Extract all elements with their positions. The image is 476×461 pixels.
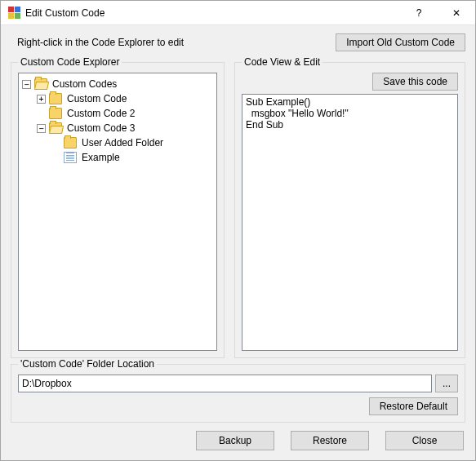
explorer-legend: Custom Code Explorer — [18, 56, 122, 68]
close-button[interactable]: Close — [385, 431, 464, 450]
collapse-icon[interactable]: − — [22, 80, 31, 89]
toggle-spacer — [51, 153, 60, 162]
save-row: Save this code — [242, 73, 458, 91]
help-button[interactable]: ? — [400, 1, 438, 25]
restore-default-row: Restore Default — [18, 397, 458, 415]
code-view-group: Code View & Edit Save this code — [234, 56, 465, 358]
toggle-spacer — [37, 109, 46, 118]
expand-icon[interactable]: + — [37, 95, 46, 104]
tree-label: Custom Code 2 — [65, 108, 136, 119]
instruction-text: Right-click in the Code Explorer to edit — [11, 37, 336, 48]
folder-open-icon — [34, 78, 47, 90]
tree-label: Example — [80, 152, 122, 163]
tree-node-example[interactable]: Example — [51, 150, 213, 165]
tree-label: Custom Codes — [51, 78, 118, 90]
app-icon — [7, 7, 20, 20]
tree-view[interactable]: − Custom Codes + Custom Code — [18, 73, 217, 351]
tree-node-custom-code-3[interactable]: − Custom Code 3 — [37, 121, 213, 135]
window-title: Edit Custom Code — [25, 7, 400, 19]
code-textarea[interactable] — [242, 94, 458, 351]
folder-location-group: 'Custom Code' Folder Location ... Restor… — [11, 358, 465, 423]
tree-node-root[interactable]: − Custom Codes — [22, 77, 213, 91]
folder-closed-icon — [49, 93, 62, 104]
backup-button[interactable]: Backup — [196, 431, 274, 450]
collapse-icon[interactable]: − — [37, 124, 46, 133]
restore-button[interactable]: Restore — [291, 431, 369, 450]
top-row: Right-click in the Code Explorer to edit… — [11, 33, 465, 51]
dialog-window: Edit Custom Code ? ✕ Right-click in the … — [0, 0, 476, 461]
middle-row: Custom Code Explorer − Custom Codes — [11, 56, 465, 358]
import-old-button[interactable]: Import Old Custom Code — [336, 33, 465, 51]
tree-node-custom-code-2[interactable]: Custom Code 2 — [37, 106, 213, 121]
tree-label: Custom Code 3 — [65, 122, 136, 134]
code-view-legend: Code View & Edit — [242, 56, 323, 68]
folder-location-legend: 'Custom Code' Folder Location — [18, 358, 157, 370]
save-code-button[interactable]: Save this code — [372, 73, 458, 91]
toggle-spacer — [51, 139, 60, 148]
tree-node-user-added-folder[interactable]: User Added Folder — [51, 135, 213, 150]
bottom-button-row: Backup Restore Close — [11, 431, 465, 450]
dialog-content: Right-click in the Code Explorer to edit… — [1, 25, 475, 460]
tree-label: Custom Code — [65, 93, 128, 104]
browse-button[interactable]: ... — [435, 375, 458, 392]
restore-default-button[interactable]: Restore Default — [369, 397, 458, 415]
folder-closed-icon — [49, 108, 62, 119]
titlebar: Edit Custom Code ? ✕ — [1, 1, 475, 25]
file-icon — [64, 152, 77, 163]
folder-location-row: ... — [18, 375, 458, 392]
explorer-group: Custom Code Explorer − Custom Codes — [11, 56, 225, 358]
folder-closed-icon — [64, 137, 77, 148]
tree-node-custom-code[interactable]: + Custom Code — [37, 91, 213, 106]
close-window-button[interactable]: ✕ — [438, 1, 475, 25]
folder-open-icon — [49, 122, 62, 134]
tree-label: User Added Folder — [80, 137, 165, 148]
folder-path-input[interactable] — [18, 375, 432, 392]
